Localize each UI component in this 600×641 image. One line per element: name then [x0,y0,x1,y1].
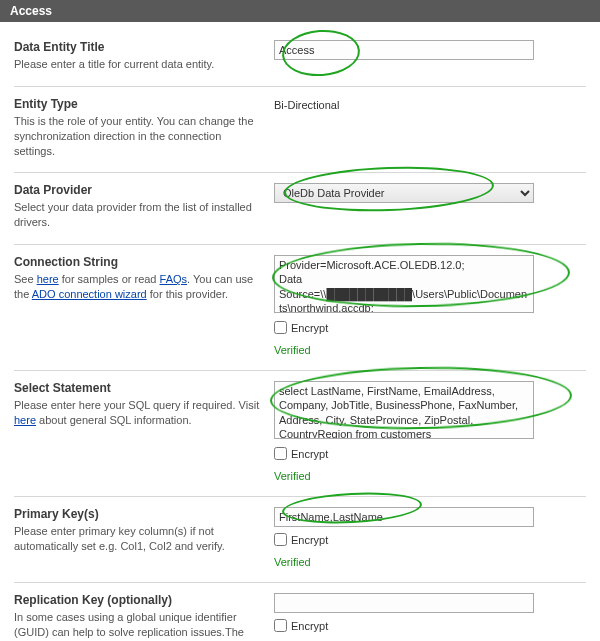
faqs-link[interactable]: FAQs [160,273,188,285]
row-primary-keys: Primary Key(s) Please enter primary key … [14,497,586,583]
sql-info-link[interactable]: here [14,414,36,426]
entity-type-label: Entity Type [14,97,262,111]
replication-key-encrypt-label: Encrypt [291,620,328,632]
samples-link[interactable]: here [37,273,59,285]
connection-string-encrypt-checkbox[interactable] [274,321,287,334]
primary-keys-status: Verified [274,556,586,568]
row-connection-string: Connection String See here for samples o… [14,245,586,371]
replication-key-desc: In some cases using a global unique iden… [14,610,262,641]
entity-type-value: Bi-Directional [274,97,586,111]
form-body: Data Entity Title Please enter a title f… [0,22,600,641]
connection-string-status: Verified [274,344,586,356]
select-statement-encrypt-label: Encrypt [291,448,328,460]
select-statement-status: Verified [274,470,586,482]
primary-keys-input[interactable] [274,507,534,527]
replication-key-label: Replication Key (optionally) [14,593,262,607]
connection-string-textarea[interactable]: Provider=Microsoft.ACE.OLEDB.12.0; Data … [274,255,534,313]
entity-type-desc: This is the role of your entity. You can… [14,114,262,159]
row-entity-type: Entity Type This is the role of your ent… [14,87,586,174]
primary-keys-desc: Please enter primary key column(s) if no… [14,524,262,554]
row-data-provider: Data Provider Select your data provider … [14,173,586,245]
data-entity-title-label: Data Entity Title [14,40,262,54]
select-statement-label: Select Statement [14,381,262,395]
primary-keys-encrypt-label: Encrypt [291,534,328,546]
window-title: Access [0,0,600,22]
replication-key-input[interactable] [274,593,534,613]
ado-wizard-link[interactable]: ADO connection wizard [32,288,147,300]
replication-key-encrypt-checkbox[interactable] [274,619,287,632]
data-entity-title-desc: Please enter a title for current data en… [14,57,262,72]
connection-string-label: Connection String [14,255,262,269]
data-provider-label: Data Provider [14,183,262,197]
select-statement-encrypt-checkbox[interactable] [274,447,287,460]
row-replication-key: Replication Key (optionally) In some cas… [14,583,586,641]
select-statement-desc: Please enter here your SQL query if requ… [14,398,262,428]
connection-string-encrypt-label: Encrypt [291,322,328,334]
data-provider-desc: Select your data provider from the list … [14,200,262,230]
data-entity-title-input[interactable] [274,40,534,60]
row-data-entity-title: Data Entity Title Please enter a title f… [14,30,586,87]
primary-keys-encrypt-checkbox[interactable] [274,533,287,546]
select-statement-textarea[interactable]: select LastName, FirstName, EmailAddress… [274,381,534,439]
row-select-statement: Select Statement Please enter here your … [14,371,586,497]
connection-string-desc: See here for samples or read FAQs. You c… [14,272,262,302]
data-provider-select[interactable]: OleDb Data Provider [274,183,534,203]
primary-keys-label: Primary Key(s) [14,507,262,521]
